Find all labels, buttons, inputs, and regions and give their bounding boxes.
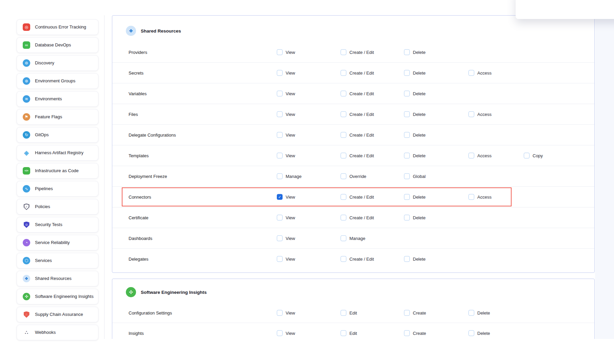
- insights-edit-checkbox[interactable]: ✓Edit: [341, 330, 357, 336]
- sidebar-item-environments[interactable]: ≋Environments: [17, 91, 98, 107]
- files-delete-checkbox[interactable]: ✓Delete: [404, 112, 426, 117]
- checkbox-unchecked[interactable]: ✓: [277, 70, 283, 76]
- checkbox-unchecked[interactable]: ✓: [341, 236, 346, 241]
- deployment-freeze-global-checkbox[interactable]: ✓Global: [404, 174, 426, 179]
- files-access-checkbox[interactable]: ✓Access: [468, 112, 492, 117]
- checkbox-unchecked[interactable]: ✓: [404, 132, 410, 138]
- templates-view-checkbox[interactable]: ✓View: [277, 153, 295, 159]
- checkbox-unchecked[interactable]: ✓: [404, 256, 410, 262]
- delegate-configurations-create-edit-checkbox[interactable]: ✓Create / Edit: [341, 132, 374, 138]
- checkbox-unchecked[interactable]: ✓: [277, 153, 283, 159]
- checkbox-unchecked[interactable]: ✓: [468, 310, 474, 316]
- sidebar-item-supply-chain-assurance[interactable]: ∴Supply Chain Assurance: [17, 307, 98, 322]
- sidebar-item-webhooks[interactable]: ∴Webhooks: [17, 325, 98, 340]
- files-view-checkbox[interactable]: ✓View: [277, 112, 295, 117]
- variables-view-checkbox[interactable]: ✓View: [277, 91, 295, 97]
- sidebar-item-infrastructure-as-code[interactable]: </>Infrastructure as Code: [17, 163, 98, 179]
- checkbox-unchecked[interactable]: ✓: [404, 330, 410, 336]
- checkbox-unchecked[interactable]: ✓: [277, 310, 283, 316]
- checkbox-unchecked[interactable]: ✓: [468, 70, 474, 76]
- insights-create-checkbox[interactable]: ✓Create: [404, 330, 426, 336]
- delegates-create-edit-checkbox[interactable]: ✓Create / Edit: [341, 256, 374, 262]
- checkbox-unchecked[interactable]: ✓: [277, 236, 283, 241]
- files-create-edit-checkbox[interactable]: ✓Create / Edit: [341, 112, 374, 117]
- checkbox-unchecked[interactable]: ✓: [524, 153, 530, 159]
- checkbox-unchecked[interactable]: ✓: [468, 330, 474, 336]
- checkbox-unchecked[interactable]: ✓: [277, 132, 283, 138]
- delegate-configurations-delete-checkbox[interactable]: ✓Delete: [404, 132, 426, 138]
- templates-create-edit-checkbox[interactable]: ✓Create / Edit: [341, 153, 374, 159]
- deployment-freeze-override-checkbox[interactable]: ✓Override: [341, 174, 366, 179]
- checkbox-unchecked[interactable]: ✓: [341, 112, 346, 117]
- checkbox-unchecked[interactable]: ✓: [341, 330, 346, 336]
- checkbox-unchecked[interactable]: ✓: [277, 91, 283, 97]
- sidebar-item-continuous-error-tracking[interactable]: ◎Continuous Error Tracking: [17, 19, 98, 35]
- checkbox-unchecked[interactable]: ✓: [277, 215, 283, 221]
- sidebar-item-discovery[interactable]: ⊚Discovery: [17, 55, 98, 71]
- checkbox-unchecked[interactable]: ✓: [468, 112, 474, 117]
- sidebar-item-feature-flags[interactable]: ⚑Feature Flags: [17, 109, 98, 125]
- sidebar-item-harness-artifact-registry[interactable]: ◈Harness Artifact Registry: [17, 145, 98, 161]
- sidebar-item-pipelines[interactable]: ∿Pipelines: [17, 181, 98, 197]
- templates-copy-checkbox[interactable]: ✓Copy: [524, 153, 543, 159]
- connectors-create-edit-checkbox[interactable]: ✓Create / Edit: [341, 194, 374, 200]
- checkbox-unchecked[interactable]: ✓: [404, 49, 410, 55]
- checkbox-unchecked[interactable]: ✓: [341, 194, 346, 200]
- variables-create-edit-checkbox[interactable]: ✓Create / Edit: [341, 91, 374, 97]
- checkbox-unchecked[interactable]: ✓: [277, 112, 283, 117]
- configuration-settings-view-checkbox[interactable]: ✓View: [277, 310, 295, 316]
- secrets-create-edit-checkbox[interactable]: ✓Create / Edit: [341, 70, 374, 76]
- delegates-delete-checkbox[interactable]: ✓Delete: [404, 256, 426, 262]
- certificate-delete-checkbox[interactable]: ✓Delete: [404, 215, 426, 221]
- secrets-view-checkbox[interactable]: ✓View: [277, 70, 295, 76]
- dashboards-manage-checkbox[interactable]: ✓Manage: [341, 236, 365, 241]
- checkbox-unchecked[interactable]: ✓: [341, 91, 346, 97]
- connectors-view-checkbox[interactable]: ✓View: [277, 194, 295, 200]
- sidebar-item-gitops[interactable]: ↻GitOps: [17, 127, 98, 143]
- sidebar-item-service-reliability[interactable]: ◔Service Reliability: [17, 235, 98, 250]
- checkbox-unchecked[interactable]: ✓: [404, 91, 410, 97]
- sidebar-item-services[interactable]: ⬡Services: [17, 253, 98, 268]
- certificate-view-checkbox[interactable]: ✓View: [277, 215, 295, 221]
- delegate-configurations-view-checkbox[interactable]: ✓View: [277, 132, 295, 138]
- insights-delete-checkbox[interactable]: ✓Delete: [468, 330, 490, 336]
- permissions-scroll-area[interactable]: ❖Shared ResourcesProviders✓View✓Create /…: [104, 15, 614, 339]
- configuration-settings-edit-checkbox[interactable]: ✓Edit: [341, 310, 357, 316]
- secrets-access-checkbox[interactable]: ✓Access: [468, 70, 492, 76]
- checkbox-unchecked[interactable]: ✓: [468, 153, 474, 159]
- sidebar-item-security-tests[interactable]: ⊙Security Tests: [17, 217, 98, 232]
- certificate-create-edit-checkbox[interactable]: ✓Create / Edit: [341, 215, 374, 221]
- checkbox-unchecked[interactable]: ✓: [404, 70, 410, 76]
- checkbox-unchecked[interactable]: ✓: [341, 132, 346, 138]
- providers-view-checkbox[interactable]: ✓View: [277, 49, 295, 55]
- dashboards-view-checkbox[interactable]: ✓View: [277, 236, 295, 241]
- variables-delete-checkbox[interactable]: ✓Delete: [404, 91, 426, 97]
- checkbox-unchecked[interactable]: ✓: [277, 330, 283, 336]
- providers-delete-checkbox[interactable]: ✓Delete: [404, 49, 426, 55]
- checkbox-unchecked[interactable]: ✓: [468, 194, 474, 200]
- checkbox-unchecked[interactable]: ✓: [277, 174, 283, 179]
- checkbox-unchecked[interactable]: ✓: [341, 153, 346, 159]
- templates-access-checkbox[interactable]: ✓Access: [468, 153, 492, 159]
- sidebar-item-environment-groups[interactable]: ⊛Environment Groups: [17, 73, 98, 89]
- checkbox-unchecked[interactable]: ✓: [341, 256, 346, 262]
- checkbox-unchecked[interactable]: ✓: [341, 215, 346, 221]
- connectors-delete-checkbox[interactable]: ✓Delete: [404, 194, 426, 200]
- configuration-settings-create-checkbox[interactable]: ✓Create: [404, 310, 426, 316]
- checkbox-unchecked[interactable]: ✓: [341, 174, 346, 179]
- checkbox-unchecked[interactable]: ✓: [404, 310, 410, 316]
- sidebar-item-software-engineering-insights[interactable]: ✣Software Engineering Insights: [17, 289, 98, 304]
- checkbox-unchecked[interactable]: ✓: [277, 49, 283, 55]
- checkbox-unchecked[interactable]: ✓: [404, 153, 410, 159]
- checkbox-unchecked[interactable]: ✓: [404, 194, 410, 200]
- sidebar-item-policies[interactable]: ✓Policies: [17, 199, 98, 215]
- sidebar-item-database-devops[interactable]: ∞Database DevOps: [17, 37, 98, 53]
- checkbox-unchecked[interactable]: ✓: [277, 256, 283, 262]
- checkbox-unchecked[interactable]: ✓: [341, 49, 346, 55]
- sidebar-item-shared-resources[interactable]: ❖Shared Resources: [17, 271, 98, 286]
- checkbox-unchecked[interactable]: ✓: [404, 215, 410, 221]
- templates-delete-checkbox[interactable]: ✓Delete: [404, 153, 426, 159]
- checkbox-checked[interactable]: ✓: [277, 194, 283, 200]
- delegates-view-checkbox[interactable]: ✓View: [277, 256, 295, 262]
- checkbox-unchecked[interactable]: ✓: [404, 112, 410, 117]
